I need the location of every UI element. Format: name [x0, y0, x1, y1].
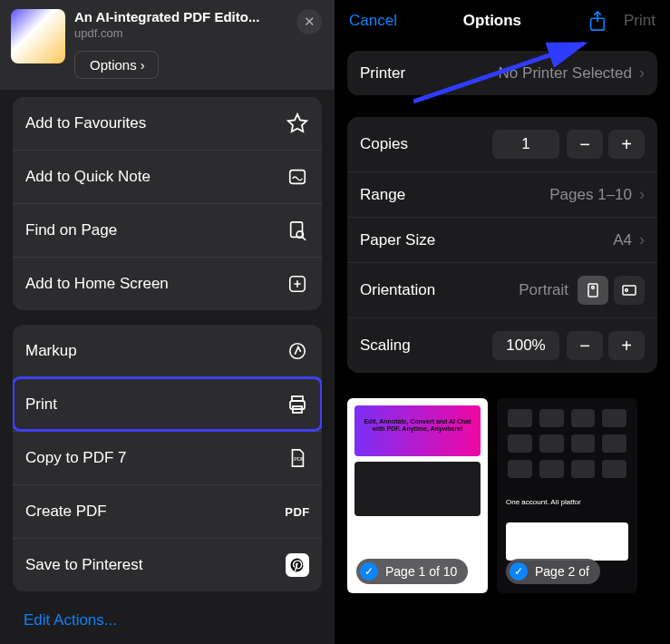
- printer-icon: [286, 393, 309, 416]
- orientation-landscape-button[interactable]: [614, 276, 645, 305]
- add-favourites-row[interactable]: Add to Favourites: [13, 97, 322, 150]
- range-row[interactable]: Range Pages 1–10 ›: [347, 171, 657, 217]
- copies-label: Copies: [360, 135, 408, 153]
- pdf-text-icon: PDF: [286, 500, 309, 523]
- chevron-right-icon: ›: [639, 63, 645, 83]
- find-icon: [286, 219, 309, 242]
- note-icon: [286, 165, 309, 189]
- print-button[interactable]: Print: [624, 12, 655, 30]
- page2-tagline: One account. All platfor: [506, 498, 637, 506]
- link-thumbnail: [11, 9, 65, 63]
- printer-row[interactable]: Printer No Printer Selected ›: [347, 51, 657, 95]
- link-options-button[interactable]: Options ›: [74, 51, 159, 79]
- markup-row[interactable]: Markup: [13, 325, 322, 377]
- scaling-controls: 100% − +: [492, 331, 645, 360]
- close-button[interactable]: ✕: [296, 9, 322, 34]
- orientation-controls: Portrait: [519, 276, 645, 305]
- print-row[interactable]: Print: [13, 377, 322, 431]
- close-icon: ✕: [304, 14, 316, 30]
- page1-label: ✓ Page 1 of 10: [356, 559, 468, 584]
- link-preview-banner: An AI-integrated PDF Edito... updf.com O…: [0, 0, 335, 90]
- printer-value: No Printer Selected: [499, 64, 632, 83]
- scaling-plus-button[interactable]: +: [608, 331, 645, 360]
- options-title: Options: [463, 12, 521, 30]
- copies-stepper: − +: [567, 130, 645, 159]
- svg-point-8: [290, 344, 306, 359]
- print-options-pane: Cancel Options Print Printer No Printer …: [335, 0, 670, 644]
- svg-text:PDF: PDF: [294, 456, 305, 462]
- scaling-label: Scaling: [360, 337, 411, 355]
- range-value: Pages 1–10: [549, 186, 632, 204]
- find-on-page-label: Find on Page: [25, 221, 117, 239]
- add-quick-note-label: Add to Quick Note: [25, 168, 151, 186]
- printer-value-wrap: No Printer Selected ›: [499, 63, 645, 83]
- paper-size-value-wrap: A4 ›: [613, 230, 645, 249]
- copies-value[interactable]: 1: [492, 130, 559, 159]
- find-on-page-row[interactable]: Find on Page: [13, 203, 322, 257]
- print-label: Print: [25, 395, 57, 414]
- copy-to-pdf7-row[interactable]: Copy to PDF 7 PDF: [13, 431, 322, 484]
- chevron-right-icon: ›: [141, 57, 145, 73]
- add-home-screen-row[interactable]: Add to Home Screen: [13, 257, 322, 310]
- orientation-toggle: [578, 276, 645, 305]
- printer-group: Printer No Printer Selected ›: [347, 51, 657, 95]
- link-info: An AI-integrated PDF Edito... updf.com O…: [74, 9, 324, 79]
- copies-row: Copies 1 − +: [347, 117, 657, 171]
- share-icon[interactable]: [587, 11, 607, 31]
- page2-grid: [508, 409, 626, 478]
- orientation-row: Orientation Portrait: [347, 262, 657, 317]
- link-title: An AI-integrated PDF Edito...: [74, 9, 324, 24]
- page2-check-icon: ✓: [510, 562, 528, 581]
- markup-icon: [286, 339, 309, 363]
- svg-point-18: [626, 289, 628, 292]
- add-home-screen-label: Add to Home Screen: [25, 275, 169, 293]
- scaling-stepper: − +: [567, 331, 645, 360]
- svg-rect-1: [290, 171, 306, 184]
- pdf-doc-icon: PDF: [286, 446, 309, 470]
- add-home-icon: [286, 272, 309, 296]
- paper-size-row[interactable]: Paper Size A4 ›: [347, 217, 657, 262]
- page2-card: [506, 522, 628, 561]
- actions-group-1: Add to Favourites Add to Quick Note Find…: [13, 97, 322, 310]
- create-pdf-label: Create PDF: [25, 503, 107, 521]
- link-options-label: Options: [90, 57, 137, 73]
- orientation-value: Portrait: [519, 281, 568, 299]
- cancel-button[interactable]: Cancel: [349, 12, 397, 30]
- edit-actions-link[interactable]: Edit Actions...: [0, 599, 335, 642]
- star-icon: [286, 112, 309, 135]
- copy-to-pdf7-label: Copy to PDF 7: [25, 449, 127, 467]
- print-header: Cancel Options Print: [335, 0, 670, 45]
- page1-headline: Edit, Annotate, Convert and AI Chat with…: [364, 418, 471, 434]
- orientation-portrait-button[interactable]: [578, 276, 608, 305]
- chevron-right-icon: ›: [639, 230, 645, 249]
- save-to-pinterest-row[interactable]: Save to Pinterest: [13, 538, 322, 591]
- page1-body: [354, 462, 481, 516]
- link-host: updf.com: [74, 26, 324, 40]
- page1-label-text: Page 1 of 10: [385, 564, 457, 579]
- preview-page-2[interactable]: One account. All platfor ✓ Page 2 of: [497, 398, 637, 593]
- scaling-minus-button[interactable]: −: [567, 331, 603, 360]
- share-sheet-pane: An AI-integrated PDF Edito... updf.com O…: [0, 0, 335, 644]
- svg-point-16: [592, 287, 595, 289]
- page2-label-text: Page 2 of: [535, 564, 589, 579]
- pinterest-icon: [286, 553, 309, 577]
- header-right: Print: [587, 11, 655, 31]
- actions-group-2: Markup Print Copy to PDF 7 PDF Create PD…: [13, 325, 322, 591]
- create-pdf-row[interactable]: Create PDF PDF: [13, 484, 322, 538]
- add-favourites-label: Add to Favourites: [25, 114, 146, 132]
- preview-page-1[interactable]: Edit, Annotate, Convert and AI Chat with…: [347, 398, 488, 593]
- copies-plus-button[interactable]: +: [608, 130, 645, 159]
- print-settings-group: Copies 1 − + Range Pages 1–10 › Paper Si…: [347, 117, 657, 373]
- svg-line-4: [303, 237, 306, 240]
- add-quick-note-row[interactable]: Add to Quick Note: [13, 150, 322, 203]
- chevron-right-icon: ›: [639, 185, 645, 204]
- save-to-pinterest-label: Save to Pinterest: [25, 556, 142, 574]
- copies-minus-button[interactable]: −: [567, 130, 603, 159]
- range-value-wrap: Pages 1–10 ›: [549, 185, 645, 204]
- paper-size-value: A4: [613, 231, 632, 249]
- page1-check-icon: ✓: [360, 562, 378, 581]
- markup-label: Markup: [25, 342, 77, 360]
- printer-label: Printer: [360, 64, 405, 83]
- scaling-row: Scaling 100% − +: [347, 317, 657, 373]
- scaling-value[interactable]: 100%: [492, 331, 559, 360]
